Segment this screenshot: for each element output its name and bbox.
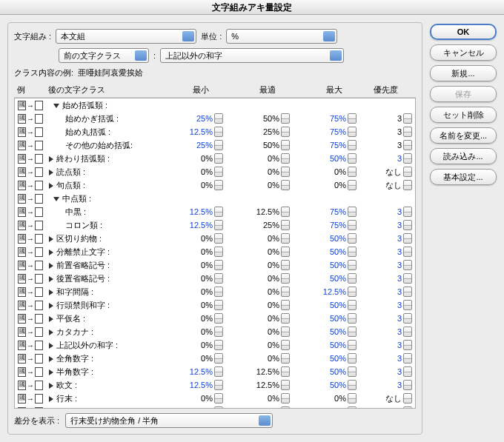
new-button[interactable]: 新規... [430,65,497,81]
stepper[interactable] [403,140,412,150]
stepper[interactable] [281,127,290,137]
disclosure-icon[interactable] [49,383,53,389]
stepper[interactable] [348,393,357,404]
stepper[interactable] [403,340,412,350]
stepper[interactable] [214,207,223,217]
stepper[interactable] [403,393,412,404]
disclosure-icon[interactable] [49,289,53,295]
stepper[interactable] [348,247,357,257]
disclosure-icon[interactable] [49,250,53,255]
disclosure-icon[interactable] [53,197,59,201]
stepper[interactable] [281,393,290,404]
disclosure-icon[interactable] [49,316,53,322]
stepper[interactable] [348,300,357,310]
stepper[interactable] [214,340,223,350]
stepper[interactable] [214,180,223,190]
stepper[interactable] [281,300,290,310]
stepper[interactable] [348,380,357,390]
stepper[interactable] [348,313,357,324]
stepper[interactable] [281,167,290,177]
diff-select[interactable]: 行末受け約物全角 / 半角 [65,413,273,428]
stepper[interactable] [281,313,290,324]
stepper[interactable] [214,366,223,377]
stepper[interactable] [348,220,357,230]
stepper[interactable] [214,273,223,284]
stepper[interactable] [348,327,357,337]
stepper[interactable] [403,153,412,164]
stepper[interactable] [403,380,412,390]
stepper[interactable] [281,406,290,409]
stepper[interactable] [403,113,412,124]
stepper[interactable] [403,313,412,324]
disclosure-icon[interactable] [49,356,53,362]
stepper[interactable] [348,167,357,177]
stepper[interactable] [214,327,223,337]
stepper[interactable] [348,127,357,137]
disclosure-icon[interactable] [49,263,53,269]
ok-button[interactable]: OK [430,24,497,40]
stepper[interactable] [403,406,412,409]
stepper[interactable] [214,287,223,297]
stepper[interactable] [348,207,357,217]
unit-select[interactable]: % [226,29,337,44]
import-button[interactable]: 読み込み... [430,148,497,164]
stepper[interactable] [281,233,290,244]
stepper[interactable] [214,113,223,124]
stepper[interactable] [281,113,290,124]
disclosure-icon[interactable] [53,104,59,108]
stepper[interactable] [214,167,223,177]
stepper[interactable] [403,366,412,377]
stepper[interactable] [403,233,412,244]
stepper[interactable] [403,260,412,270]
stepper[interactable] [348,353,357,364]
stepper[interactable] [403,180,412,190]
stepper[interactable] [281,353,290,364]
stepper[interactable] [403,167,412,177]
disclosure-icon[interactable] [49,369,53,375]
stepper[interactable] [403,247,412,257]
stepper[interactable] [348,287,357,297]
disclosure-icon[interactable] [49,170,53,175]
stepper[interactable] [403,287,412,297]
stepper[interactable] [214,260,223,270]
stepper[interactable] [403,127,412,137]
stepper[interactable] [214,313,223,324]
class2-select[interactable]: 上記以外の和字 [160,48,344,63]
disclosure-icon[interactable] [49,276,53,282]
stepper[interactable] [348,153,357,164]
stepper[interactable] [403,300,412,310]
stepper[interactable] [348,366,357,377]
mojikumi-select[interactable]: 本文組 [56,29,196,44]
stepper[interactable] [281,207,290,217]
delete-set-button[interactable]: セット削除 [430,107,497,123]
stepper[interactable] [281,380,290,390]
disclosure-icon[interactable] [49,156,53,162]
stepper[interactable] [281,180,290,190]
stepper[interactable] [214,393,223,404]
stepper[interactable] [348,113,357,124]
rename-button[interactable]: 名前を変更... [430,127,497,144]
stepper[interactable] [214,127,223,137]
disclosure-icon[interactable] [49,396,53,402]
table-body[interactable]: 國→ 始め括弧類 :國→ 始めかぎ括弧 :25%50%75%3國→ 始め丸括弧 … [14,98,416,409]
stepper[interactable] [214,380,223,390]
stepper[interactable] [281,340,290,350]
disclosure-icon[interactable] [49,183,53,189]
stepper[interactable] [214,247,223,257]
stepper[interactable] [348,180,357,190]
stepper[interactable] [348,260,357,270]
save-button[interactable]: 保存 [430,86,497,102]
stepper[interactable] [403,353,412,364]
stepper[interactable] [348,273,357,284]
disclosure-icon[interactable] [49,303,53,309]
stepper[interactable] [214,140,223,150]
stepper[interactable] [214,233,223,244]
stepper[interactable] [281,273,290,284]
stepper[interactable] [348,406,357,409]
stepper[interactable] [281,327,290,337]
disclosure-icon[interactable] [49,329,53,335]
stepper[interactable] [214,406,223,409]
stepper[interactable] [214,153,223,164]
stepper[interactable] [281,220,290,230]
stepper[interactable] [403,220,412,230]
